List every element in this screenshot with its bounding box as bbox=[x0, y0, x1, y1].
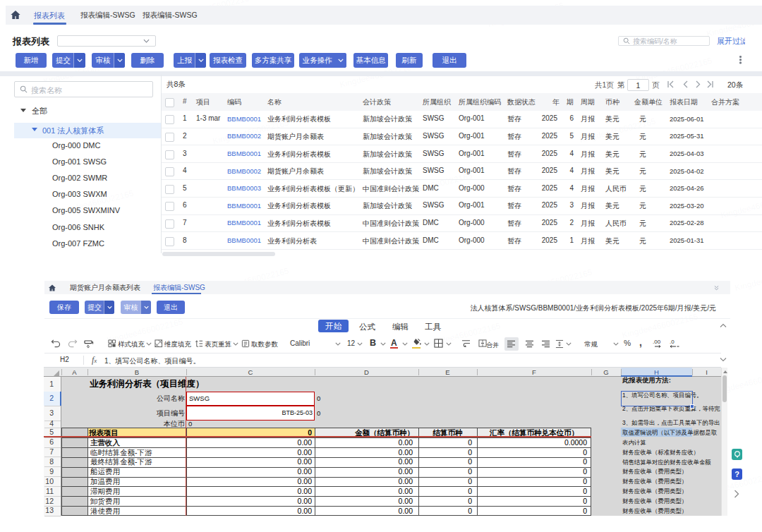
svg-text:.00: .00 bbox=[653, 339, 661, 345]
svg-text:.0: .0 bbox=[670, 339, 675, 345]
